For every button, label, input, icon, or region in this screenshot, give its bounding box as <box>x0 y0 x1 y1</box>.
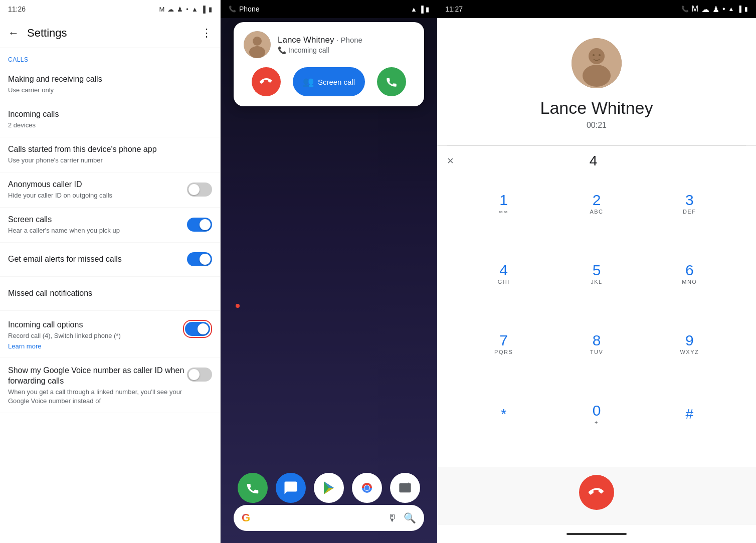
caller-details: Lance Whitney · Phone 📞 Incoming call <box>278 35 362 54</box>
incoming-call-options-toggle-wrapper <box>183 320 212 338</box>
dock-chrome-icon[interactable] <box>352 473 382 503</box>
phone-small-icon: 📞 <box>278 46 286 54</box>
letters-6: MNO <box>682 279 697 285</box>
dial-key-7[interactable]: 7 PQRS <box>457 321 550 367</box>
back-button[interactable]: ← <box>8 27 19 40</box>
letters-4: GHI <box>498 279 510 285</box>
dock-camera-icon[interactable] <box>390 473 420 503</box>
caller-avatar-large <box>572 38 622 88</box>
chess-icon: ♟ <box>177 6 183 13</box>
call-timer: 00:21 <box>587 121 607 130</box>
dock-phone-icon[interactable] <box>238 473 268 503</box>
dial-key-8[interactable]: 8 TUV <box>550 321 643 367</box>
dock-messages-icon[interactable] <box>276 473 306 503</box>
digit-5: 5 <box>593 263 601 278</box>
digit-0: 0 <box>593 403 601 418</box>
wifi-icon: ▲ <box>192 6 198 13</box>
caller-avatar <box>244 31 271 58</box>
home-bar <box>566 533 627 535</box>
toggle-knob <box>200 254 211 265</box>
setting-incoming-calls-title: Incoming calls <box>8 109 212 120</box>
setting-calls-started-text: Calls started from this device's phone a… <box>8 144 212 165</box>
incoming-call-options-toggle[interactable] <box>185 322 210 336</box>
setting-incoming-call-options-text: Incoming call options Record call (4), S… <box>8 320 183 350</box>
dialer-battery-icon: ▮ <box>744 6 748 13</box>
phone-status-icons: ▲ ▐ ▮ <box>411 6 429 13</box>
dial-key-star[interactable]: * <box>457 392 550 437</box>
caller-info: Lance Whitney · Phone 📞 Incoming call <box>244 31 414 58</box>
mic-icon[interactable]: 🎙 <box>388 512 398 524</box>
dock-play-icon[interactable] <box>314 473 344 503</box>
call-actions: 👥 Screen call <box>244 67 414 96</box>
dialer-status-icons: 📞 M ☁ ♟ • ▲ ▐ ▮ <box>681 5 748 14</box>
search-bar[interactable]: G 🎙 🔍 <box>234 505 424 531</box>
screen-call-button[interactable]: 👥 Screen call <box>293 67 365 96</box>
letters-2: ABC <box>590 209 603 215</box>
setting-screen-calls[interactable]: Screen calls Hear a caller's name when y… <box>0 208 220 243</box>
digit-1: 1 <box>499 193 508 208</box>
setting-making-receiving-sub: Use carrier only <box>8 86 212 95</box>
caller-via: · Phone <box>336 36 362 44</box>
setting-missed-call-notif-title: Missed call notifications <box>8 288 212 299</box>
setting-show-gv-number-text: Show my Google Voice number as caller ID… <box>8 366 187 406</box>
dialer-wifi-icon: ▲ <box>728 6 734 13</box>
digit-6: 6 <box>685 263 694 278</box>
dial-input-display[interactable]: 4 <box>464 153 725 169</box>
svg-point-2 <box>249 46 265 58</box>
dialer-cloud-icon: ☁ <box>701 5 709 14</box>
setting-making-receiving-title: Making and receiving calls <box>8 74 212 85</box>
status-icons-settings: M ☁ ♟ • ▲ ▐ ▮ <box>159 6 213 13</box>
phone-status-bar: 📞 Phone ▲ ▐ ▮ <box>221 0 437 18</box>
answer-button[interactable] <box>377 67 406 96</box>
digit-7: 7 <box>499 333 508 348</box>
toggle-knob <box>198 323 209 334</box>
svg-point-13 <box>593 54 595 56</box>
setting-incoming-calls[interactable]: Incoming calls 2 devices <box>0 102 220 137</box>
setting-email-alerts-text: Get email alerts for missed calls <box>8 254 187 265</box>
svg-point-11 <box>589 48 605 64</box>
digit-2: 2 <box>593 193 601 208</box>
letters-1: ∞∞ <box>499 209 508 215</box>
setting-anonymous-caller[interactable]: Anonymous caller ID Hide your caller ID … <box>0 172 220 208</box>
setting-calls-started[interactable]: Calls started from this device's phone a… <box>0 137 220 172</box>
page-title: Settings <box>27 27 193 40</box>
dial-key-0[interactable]: 0 + <box>550 392 643 437</box>
dial-key-4[interactable]: 4 GHI <box>457 251 550 296</box>
setting-email-alerts[interactable]: Get email alerts for missed calls <box>0 243 220 277</box>
setting-missed-call-notif[interactable]: Missed call notifications <box>0 277 220 311</box>
email-alerts-toggle[interactable] <box>187 252 212 266</box>
dial-key-3[interactable]: 3 DEF <box>643 181 736 226</box>
setting-anonymous-caller-sub: Hide your caller ID on outgoing calls <box>8 191 187 200</box>
screen-calls-toggle[interactable] <box>187 218 212 232</box>
dialer-phone-icon: 📞 <box>681 6 689 13</box>
more-options-button[interactable]: ⋮ <box>201 27 212 40</box>
lens-icon[interactable]: 🔍 <box>404 512 416 524</box>
digit-9: 9 <box>685 333 694 348</box>
gmail-icon: M <box>159 6 165 13</box>
setting-screen-calls-title: Screen calls <box>8 215 187 225</box>
dial-key-5[interactable]: 5 JKL <box>550 251 643 296</box>
close-dialpad-button[interactable]: × <box>447 154 454 167</box>
settings-panel: 11:26 M ☁ ♟ • ▲ ▐ ▮ ← Settings ⋮ CALLS M… <box>0 0 221 543</box>
setting-calls-started-title: Calls started from this device's phone a… <box>8 144 212 155</box>
anonymous-caller-toggle[interactable] <box>187 183 212 197</box>
setting-missed-call-notif-text: Missed call notifications <box>8 288 212 299</box>
decline-button[interactable] <box>252 67 281 96</box>
dial-key-2[interactable]: 2 ABC <box>550 181 643 226</box>
dialer-gmail-icon: M <box>692 5 698 14</box>
setting-making-receiving[interactable]: Making and receiving calls Use carrier o… <box>0 67 220 102</box>
caller-display: Lance Whitney 00:21 <box>437 18 756 145</box>
setting-incoming-call-options[interactable]: Incoming call options Record call (4), S… <box>0 311 220 357</box>
dial-key-1[interactable]: 1 ∞∞ <box>457 181 550 226</box>
app-dock <box>234 473 424 503</box>
setting-show-gv-number[interactable]: Show my Google Voice number as caller ID… <box>0 357 220 413</box>
setting-incoming-call-options-link[interactable]: Learn more <box>8 342 183 350</box>
digit-hash: # <box>686 406 694 422</box>
dial-key-6[interactable]: 6 MNO <box>643 251 736 296</box>
show-gv-number-toggle[interactable] <box>187 368 212 382</box>
end-call-button[interactable] <box>579 475 614 510</box>
cloud-icon: ☁ <box>167 6 174 13</box>
dial-key-hash[interactable]: # <box>643 392 736 437</box>
dial-key-9[interactable]: 9 WXYZ <box>643 321 736 367</box>
svg-point-14 <box>599 54 601 56</box>
